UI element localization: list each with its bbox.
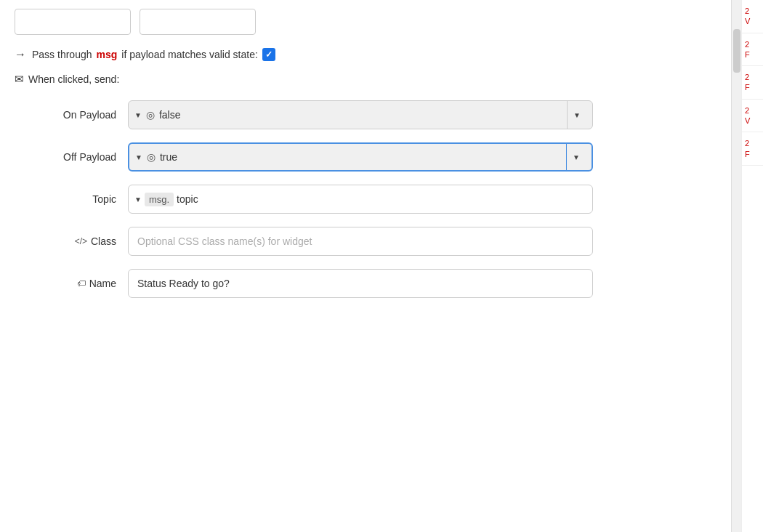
form-section: On Payload ▼ ◎ false ▼ Off Payload ▼ ◎ t…	[15, 100, 716, 298]
off-payload-select[interactable]: ▼ ◎ true ▼	[128, 142, 593, 172]
topic-dropdown-icon: ▼	[134, 196, 142, 203]
topic-msg-prefix: msg.	[145, 193, 174, 206]
class-input[interactable]	[128, 227, 593, 256]
right-panel-item-3: 2F	[742, 66, 763, 100]
off-payload-circle-icon: ◎	[147, 151, 156, 163]
top-input-2[interactable]	[140, 9, 256, 35]
tag-icon: 🏷	[77, 278, 86, 289]
on-payload-value: false	[159, 109, 562, 121]
on-payload-dropdown-icon: ▼	[134, 111, 142, 119]
off-payload-row: Off Payload ▼ ◎ true ▼	[22, 142, 716, 172]
on-payload-label: On Payload	[22, 109, 116, 121]
right-panel-item-2: 2F	[742, 33, 763, 67]
code-icon: </>	[75, 236, 87, 246]
envelope-icon: ✉	[15, 73, 24, 86]
on-payload-arrow-right-icon: ▼	[567, 101, 586, 129]
when-clicked-row: ✉ When clicked, send:	[15, 73, 716, 86]
on-payload-circle-icon: ◎	[146, 109, 155, 121]
main-panel: → Pass through msg if payload matches va…	[0, 0, 731, 532]
right-panel: 2V 2F 2F 2V 2F	[741, 0, 763, 532]
topic-input-wrapper[interactable]: ▼ msg. topic	[128, 185, 593, 214]
name-row: 🏷 Name	[22, 269, 716, 298]
when-clicked-label: When clicked, send:	[28, 73, 119, 85]
class-label: </> Class	[22, 235, 116, 247]
pass-through-checkbox[interactable]	[262, 48, 275, 61]
right-panel-item-4: 2V	[742, 100, 763, 133]
off-payload-label: Off Payload	[22, 151, 116, 163]
msg-keyword: msg	[97, 49, 118, 60]
pass-through-label-suffix: if payload matches valid state:	[121, 49, 258, 60]
pass-through-label-prefix: Pass through	[32, 49, 92, 60]
off-payload-arrow-right-icon: ▼	[566, 144, 586, 170]
name-input[interactable]	[128, 269, 593, 298]
on-payload-row: On Payload ▼ ◎ false ▼	[22, 100, 716, 129]
scrollbar[interactable]	[731, 0, 741, 532]
top-input-1[interactable]	[15, 9, 131, 35]
pass-through-row: → Pass through msg if payload matches va…	[15, 48, 716, 61]
off-payload-value: true	[160, 151, 562, 163]
topic-row: Topic ▼ msg. topic	[22, 185, 716, 214]
topic-label: Topic	[22, 193, 116, 205]
on-payload-select[interactable]: ▼ ◎ false ▼	[128, 100, 593, 129]
scrollbar-thumb[interactable]	[733, 29, 740, 73]
right-panel-item-5: 2F	[742, 132, 763, 166]
off-payload-dropdown-icon: ▼	[135, 153, 142, 161]
right-panel-item-1: 2V	[742, 0, 763, 33]
class-row: </> Class	[22, 227, 716, 256]
arrow-right-icon: →	[15, 48, 26, 61]
top-inputs	[15, 9, 716, 35]
name-label: 🏷 Name	[22, 278, 116, 289]
topic-value[interactable]: topic	[177, 193, 586, 205]
